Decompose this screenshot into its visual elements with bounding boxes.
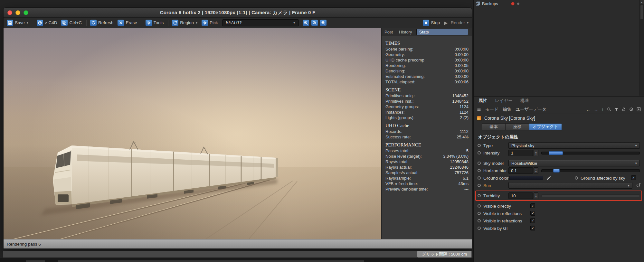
zoom-button[interactable] bbox=[24, 10, 28, 15]
scroll-up-icon[interactable]: ▴ bbox=[640, 0, 644, 4]
history-back-icon[interactable]: ← bbox=[586, 107, 591, 112]
tab-layers[interactable]: レイヤー bbox=[495, 98, 513, 104]
slider-thumb[interactable] bbox=[553, 169, 560, 173]
tab-coordinates[interactable]: 座標 bbox=[506, 123, 529, 130]
region-button[interactable]: Region ▾ bbox=[172, 20, 197, 26]
animation-dot[interactable] bbox=[478, 176, 481, 180]
ground-affected-checkbox[interactable]: ✓ bbox=[631, 175, 636, 180]
copy-button[interactable]: Ctrl+C bbox=[61, 20, 82, 26]
animation-dot[interactable] bbox=[478, 194, 481, 197]
field-label: Visible in refractions bbox=[483, 219, 522, 223]
step-down-icon[interactable]: ▾ bbox=[535, 153, 537, 155]
filter-icon[interactable] bbox=[614, 107, 619, 111]
tools-button[interactable]: Tools bbox=[146, 20, 164, 26]
scrollbar[interactable]: ▴ bbox=[639, 0, 644, 96]
object-header: Corona Sky [Corona Sky] bbox=[474, 114, 644, 122]
turbidity-slider[interactable] bbox=[541, 194, 640, 197]
horizon-blur-slider[interactable] bbox=[541, 169, 640, 172]
hamburger-icon[interactable] bbox=[477, 107, 481, 111]
intensity-field[interactable]: 1 bbox=[508, 150, 533, 156]
step-up-icon[interactable]: ▴ bbox=[535, 151, 537, 153]
eyedropper-icon[interactable] bbox=[546, 175, 551, 182]
animation-dot[interactable] bbox=[478, 204, 481, 208]
object-picker-icon[interactable] bbox=[636, 183, 641, 189]
render-viewport[interactable] bbox=[4, 28, 381, 240]
render-button[interactable]: ▶ Render ▾ bbox=[444, 20, 469, 25]
visible-refractions-checkbox[interactable]: ✓ bbox=[530, 218, 535, 223]
turbidity-stepper[interactable]: ▴▾ bbox=[534, 192, 538, 199]
stats-panel: Post Stats History DR LightMix TIMES Sce… bbox=[381, 28, 472, 240]
tab-history[interactable]: History bbox=[396, 28, 415, 36]
tab-structure[interactable]: 構造 bbox=[520, 98, 529, 104]
layer-color-dot[interactable] bbox=[511, 2, 515, 5]
animation-dot[interactable] bbox=[478, 162, 481, 165]
scrollbar-thumb[interactable] bbox=[640, 5, 643, 19]
horizon-blur-field[interactable]: 0.1 bbox=[508, 167, 533, 174]
tab-attributes[interactable]: 属性 bbox=[478, 98, 487, 104]
animation-dot[interactable] bbox=[478, 144, 481, 147]
sky-model-dropdown[interactable]: Hosek&Wilkie ▾ bbox=[508, 160, 640, 166]
tab-object[interactable]: オブジェクト bbox=[529, 123, 562, 130]
copy-label: Ctrl+C bbox=[69, 20, 82, 25]
search-icon[interactable] bbox=[607, 107, 611, 111]
erase-button[interactable]: Erase bbox=[118, 20, 137, 26]
expander-icon[interactable]: ▸ bbox=[505, 175, 507, 180]
step-up-icon[interactable]: ▴ bbox=[535, 168, 537, 171]
step-down-icon[interactable]: ▾ bbox=[535, 171, 537, 173]
stat-value: 1348452 bbox=[452, 93, 469, 98]
target-icon[interactable] bbox=[629, 107, 633, 111]
close-button[interactable] bbox=[7, 10, 12, 15]
save-button[interactable]: Save ▾ bbox=[7, 20, 28, 26]
lock-icon[interactable] bbox=[622, 107, 626, 111]
intensity-stepper[interactable]: ▴▾ bbox=[534, 150, 538, 156]
animation-dot[interactable] bbox=[478, 212, 481, 215]
tab-stats[interactable]: Stats bbox=[416, 29, 468, 35]
history-forward-icon[interactable]: → bbox=[594, 107, 598, 112]
animation-dot[interactable] bbox=[478, 227, 481, 230]
zoom-out-icon[interactable] bbox=[311, 20, 318, 26]
menu-edit[interactable]: 編集 bbox=[503, 107, 511, 112]
animation-dot[interactable] bbox=[478, 184, 481, 187]
horizon-blur-stepper[interactable]: ▴▾ bbox=[534, 167, 538, 174]
visible-directly-checkbox[interactable]: ✓ bbox=[530, 203, 535, 208]
slider-thumb[interactable] bbox=[549, 151, 563, 155]
render-element-dropdown[interactable]: BEAUTY ▾ bbox=[222, 19, 299, 26]
step-up-icon[interactable]: ▴ bbox=[535, 193, 537, 196]
state-dot[interactable] bbox=[517, 3, 519, 5]
tab-post[interactable]: Post bbox=[382, 28, 396, 36]
ground-color-swatch[interactable] bbox=[509, 176, 543, 180]
pick-button[interactable]: Pick bbox=[202, 20, 218, 26]
animation-dot[interactable] bbox=[478, 169, 481, 172]
tab-basic[interactable]: 基本 bbox=[482, 123, 506, 130]
stat-value: 0:00:00 bbox=[455, 68, 469, 74]
type-dropdown[interactable]: Physical sky ▾ bbox=[508, 142, 640, 149]
to-c4d-button[interactable]: > C4D bbox=[37, 20, 57, 26]
menu-mode[interactable]: モード bbox=[485, 107, 498, 112]
stat-row: Primitives uniq.:1348452 bbox=[385, 93, 469, 98]
zoom-fit-icon[interactable] bbox=[320, 20, 327, 26]
stat-label: Rendering: bbox=[385, 63, 406, 68]
visible-gi-checkbox[interactable]: ✓ bbox=[530, 226, 535, 230]
intensity-slider[interactable] bbox=[541, 152, 640, 154]
new-panel-icon[interactable] bbox=[637, 107, 641, 111]
tools-icon bbox=[146, 20, 152, 26]
refresh-button[interactable]: Refresh bbox=[90, 20, 113, 26]
animation-dot[interactable] bbox=[575, 176, 578, 180]
title-bar[interactable]: Corona 6 hotfix 2 | 1920×1080px (1:1) | … bbox=[4, 8, 472, 18]
zoom-in-icon[interactable] bbox=[303, 20, 309, 26]
erase-label: Erase bbox=[126, 20, 137, 25]
stop-button[interactable]: Stop bbox=[423, 20, 440, 26]
menu-userdata[interactable]: ユーザーデータ bbox=[516, 107, 546, 112]
object-item-backups[interactable]: Backups bbox=[476, 1, 519, 6]
animation-dot[interactable] bbox=[478, 151, 481, 154]
chevron-down-icon: ▾ bbox=[196, 21, 197, 24]
sun-link-field[interactable]: ▾ bbox=[508, 182, 632, 189]
step-down-icon[interactable]: ▾ bbox=[535, 196, 537, 198]
minimize-button[interactable] bbox=[15, 10, 20, 15]
turbidity-field[interactable]: 10 bbox=[508, 192, 533, 199]
parent-up-icon[interactable]: ↑ bbox=[601, 107, 604, 112]
animation-dot[interactable] bbox=[478, 219, 481, 222]
visible-reflections-checkbox[interactable]: ✓ bbox=[530, 211, 535, 216]
attributes-section-title: オブジェクトの属性 bbox=[478, 134, 644, 140]
stat-row: Rays/s total:12050848 bbox=[385, 159, 469, 164]
